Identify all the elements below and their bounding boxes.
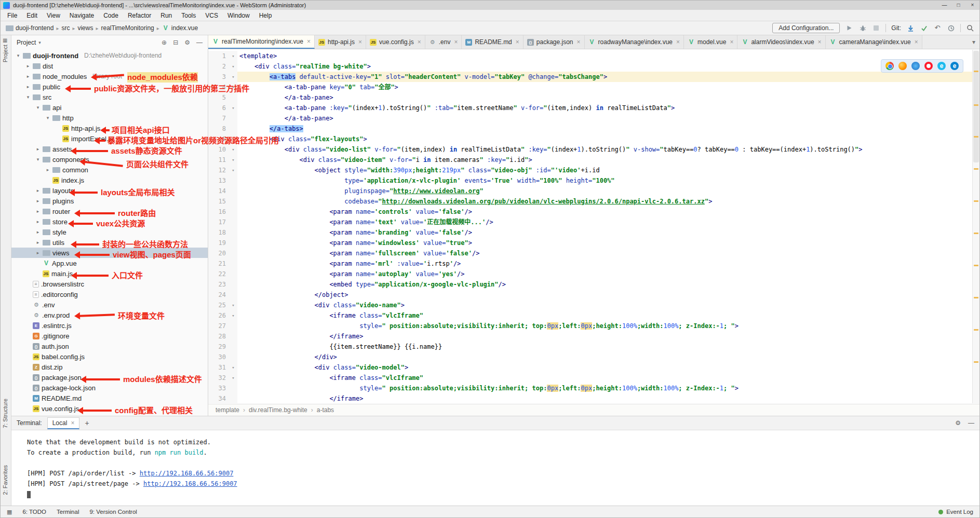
minimize-panel-icon[interactable]: —	[968, 419, 974, 427]
tree-item[interactable]: ▾api	[11, 102, 208, 113]
tree-item[interactable]: {}package-lock.json	[11, 383, 208, 393]
tree-item[interactable]: JSindex.js	[11, 175, 208, 185]
menu-item-window[interactable]: Window	[223, 12, 254, 19]
tree-item[interactable]: VApp.vue	[11, 258, 208, 268]
tree-item[interactable]: JShttp-api.js	[11, 123, 208, 133]
breadcrumb-item[interactable]: views	[77, 24, 93, 32]
close-icon[interactable]: ×	[71, 419, 74, 427]
tree-item[interactable]: ▾http	[11, 113, 208, 123]
vcs-commit-icon[interactable]	[920, 24, 928, 32]
tree-item[interactable]: MREADME.md	[11, 393, 208, 403]
settings-gear-icon[interactable]: ⚙	[184, 39, 190, 46]
firefox-browser-icon[interactable]	[898, 62, 907, 70]
terminal-output[interactable]: Note that the development build is not o…	[11, 431, 979, 507]
chevron-down-icon[interactable]: ▾	[38, 40, 41, 45]
tree-item[interactable]: ≡.editorconfig	[11, 289, 208, 299]
search-everywhere-icon[interactable]	[966, 24, 974, 32]
tree-item[interactable]: G.gitignore	[11, 331, 208, 341]
editor-tab[interactable]: VcameraManage\index.vue×	[826, 35, 922, 49]
scrollbar-thumb[interactable]	[973, 51, 979, 162]
tree-item[interactable]: ▸common	[11, 165, 208, 175]
maximize-button[interactable]: □	[951, 1, 965, 10]
hide-panel-icon[interactable]: —	[196, 39, 203, 46]
status-item-terminal[interactable]: Terminal	[57, 509, 79, 515]
stop-icon[interactable]	[872, 24, 880, 32]
tree-item[interactable]: Zdist.zip	[11, 362, 208, 372]
close-button[interactable]: ×	[965, 1, 979, 10]
menu-item-vcs[interactable]: VCS	[200, 12, 223, 19]
editor-tab[interactable]: VroadwayManage\index.vue×	[585, 35, 684, 49]
tree-item[interactable]: ▸layouts	[11, 185, 208, 196]
close-icon[interactable]: ×	[915, 38, 918, 46]
breadcrumb-item[interactable]: realTimeMonitoring	[101, 24, 154, 32]
tree-item[interactable]: JSimportExcel.js	[11, 133, 208, 144]
terminal-settings-gear-icon[interactable]: ⚙	[955, 419, 961, 427]
debug-bug-icon[interactable]	[858, 24, 867, 32]
status-item-event-log[interactable]: Event Log	[946, 509, 973, 515]
tree-item[interactable]: ▸store	[11, 216, 208, 227]
ie-browser-icon[interactable]: e	[937, 62, 946, 70]
close-icon[interactable]: ×	[358, 38, 362, 46]
tree-item[interactable]: ▸assets	[11, 144, 208, 154]
tree-item[interactable]: ▸views	[11, 248, 208, 258]
breadcrumb-item[interactable]: duoji-frontend	[6, 24, 53, 32]
terminal-tab-local[interactable]: Local ×	[47, 417, 80, 429]
editor-scrollbar-stripe[interactable]	[972, 50, 979, 403]
editor-breadcrumb-item[interactable]: template	[216, 406, 239, 414]
editor-tab[interactable]: {}package.json×	[523, 35, 585, 49]
tree-item[interactable]: {}auth.json	[11, 341, 208, 351]
breadcrumb-item[interactable]: Vindex.vue	[162, 24, 198, 32]
tree-item[interactable]: ⚙.env.prod	[11, 310, 208, 320]
tree-item[interactable]: ▸router	[11, 206, 208, 216]
tree-item[interactable]: ▸plugins	[11, 196, 208, 206]
menu-item-view[interactable]: View	[42, 12, 65, 19]
editor-tab[interactable]: ValarmVideos\index.vue×	[737, 35, 825, 49]
editor-tab[interactable]: Vmodel.vue×	[684, 35, 737, 49]
editor-breadcrumb-item[interactable]: div.realTime.bg-white	[249, 406, 307, 414]
edge-browser-icon[interactable]: e	[950, 62, 959, 70]
tree-item[interactable]: ▸dist	[11, 61, 208, 71]
vcs-history-icon[interactable]	[947, 24, 955, 32]
editor-tab[interactable]: MREADME.md×	[462, 35, 523, 49]
vcs-rollback-icon[interactable]: ↶	[933, 24, 942, 32]
menu-item-help[interactable]: Help	[254, 12, 277, 19]
status-item-version-control[interactable]: 9: Version Control	[89, 509, 137, 515]
toolwindow-structure[interactable]: 7: Structure	[2, 399, 8, 428]
editor-tab[interactable]: JShttp-api.js×	[315, 35, 366, 49]
menu-item-code[interactable]: Code	[99, 12, 123, 19]
close-icon[interactable]: ×	[454, 38, 458, 46]
editor-tab[interactable]: JSvue.config.js×	[366, 35, 425, 49]
tool-windows-icon[interactable]: ▦	[7, 509, 12, 515]
tree-item[interactable]: ▸utils	[11, 237, 208, 248]
close-icon[interactable]: ×	[730, 38, 733, 46]
tree-item[interactable]: ⚙.env	[11, 299, 208, 310]
menu-item-run[interactable]: Run	[156, 12, 177, 19]
menu-item-refactor[interactable]: Refactor	[123, 12, 156, 19]
editor-breadcrumb-item[interactable]: a-tabs	[317, 406, 334, 414]
close-icon[interactable]: ×	[418, 38, 421, 46]
breadcrumb-item[interactable]: src	[61, 24, 70, 32]
close-icon[interactable]: ×	[818, 38, 822, 46]
safari-browser-icon[interactable]	[911, 62, 920, 70]
tree-item[interactable]: ▾duoji-frontendD:\zheheWeb\duoji-fronten…	[11, 50, 208, 61]
close-icon[interactable]: ×	[577, 38, 581, 46]
new-terminal-session-button[interactable]: +	[85, 419, 89, 427]
tree-item[interactable]: ▾components	[11, 154, 208, 165]
tree-item[interactable]: ▸public	[11, 81, 208, 92]
minimize-button[interactable]: —	[937, 1, 951, 10]
menu-item-edit[interactable]: Edit	[22, 12, 42, 19]
tree-item[interactable]: ≡.browserslistrc	[11, 279, 208, 289]
code-editor[interactable]: 1▾<template>2▾ <div class="realTime bg-w…	[208, 50, 972, 403]
toolwindow-favorites[interactable]: 2: Favorites	[2, 465, 8, 495]
vcs-update-icon[interactable]	[906, 24, 915, 32]
tree-item[interactable]: JSbabel.config.js	[11, 351, 208, 362]
tree-item[interactable]: E.eslintrc.js	[11, 320, 208, 331]
tree-item[interactable]: ▾src	[11, 92, 208, 102]
collapse-all-icon[interactable]: ⊟	[173, 39, 178, 46]
status-item-todo[interactable]: 6: TODO	[22, 509, 46, 515]
menu-item-tools[interactable]: Tools	[177, 12, 200, 19]
editor-tab[interactable]: ⚙.env×	[425, 35, 462, 49]
tree-item[interactable]: {}package.json	[11, 372, 208, 383]
menu-item-file[interactable]: File	[3, 12, 22, 19]
chrome-browser-icon[interactable]	[885, 62, 894, 70]
